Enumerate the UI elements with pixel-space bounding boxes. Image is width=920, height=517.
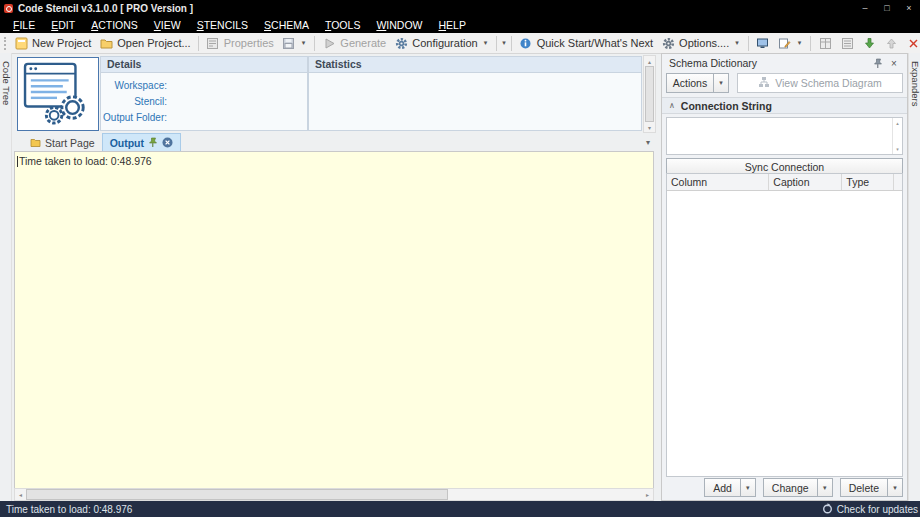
text-caret	[17, 156, 18, 167]
toolbar-separator	[496, 36, 497, 51]
add-button[interactable]: Add	[704, 478, 741, 497]
schema-columns-table: Column Caption Type	[666, 173, 903, 477]
toolbar-separator	[748, 36, 749, 51]
quick-start-button[interactable]: Quick Start/What's Next	[515, 34, 657, 52]
delete-dropdown[interactable]: ▾	[888, 478, 903, 497]
toolbar-overflow-dropdown[interactable]: ▾	[500, 34, 508, 52]
save-dropdown[interactable]: ▾	[300, 34, 308, 52]
schema-panel-button[interactable]	[752, 34, 774, 52]
menubar: FILE EDIT ACTIONS VIEW STENCILS SCHEMA T…	[0, 16, 920, 33]
stencil-logo-panel[interactable]	[17, 57, 99, 131]
menu-schema[interactable]: SCHEMA	[256, 18, 317, 32]
scroll-right-arrow[interactable]: ▸	[642, 489, 653, 500]
menu-tools[interactable]: TOOLS	[317, 18, 368, 32]
toolbar-separator	[810, 36, 811, 51]
scroll-thumb[interactable]	[645, 66, 654, 122]
check-updates-button[interactable]: Check for updates	[822, 503, 918, 516]
properties-button[interactable]: Properties	[202, 34, 278, 52]
options-button[interactable]: Options.... ▾	[657, 34, 745, 52]
view-schema-diagram-button[interactable]: View Schema Diagram	[737, 73, 903, 93]
statistics-panel-title: Statistics	[309, 57, 641, 73]
schema-actions-row: Actions ▾ View Schema Diagram	[666, 74, 903, 92]
close-panel-icon[interactable]: ×	[886, 56, 902, 70]
output-hscrollbar[interactable]: ◂ ▸	[14, 488, 654, 501]
output-folder-label: Output Folder:	[101, 110, 167, 126]
menu-view[interactable]: VIEW	[146, 18, 189, 32]
connection-string-header[interactable]: ∧ Connection String	[662, 97, 907, 114]
grid-view-button[interactable]	[814, 34, 836, 52]
autohide-pin-icon[interactable]	[870, 56, 886, 70]
properties-icon	[206, 36, 220, 50]
maximize-button[interactable]: □	[876, 0, 898, 16]
schema-bottom-buttons: Add ▾ Change ▾ Delete ▾	[666, 479, 903, 496]
code-tree-tab[interactable]: Code Tree	[1, 61, 12, 105]
column-header-caption[interactable]: Caption	[769, 174, 842, 190]
column-header-column[interactable]: Column	[667, 174, 769, 190]
new-project-label: New Project	[32, 37, 91, 49]
menu-stencils[interactable]: STENCILS	[189, 18, 256, 32]
collapse-chevron-icon[interactable]: ∧	[669, 101, 675, 110]
connection-string-scrollbar[interactable]: ▴ ▾	[892, 118, 902, 154]
options-dropdown[interactable]: ▾	[733, 34, 741, 52]
open-project-label: Open Project...	[117, 37, 190, 49]
window-title: Code Stencil v3.1.0.0 [ PRO Version ]	[18, 3, 193, 14]
pin-icon[interactable]	[148, 137, 158, 150]
generate-button[interactable]: Generate	[318, 34, 390, 52]
menu-file[interactable]: FILE	[5, 18, 43, 32]
new-project-icon	[14, 36, 28, 50]
menu-help[interactable]: HELP	[430, 18, 473, 32]
configuration-button[interactable]: Configuration ▾	[390, 34, 493, 52]
close-tab-icon[interactable]	[162, 137, 173, 150]
form-designer-button[interactable]: ▾	[774, 34, 808, 52]
properties-label: Properties	[224, 37, 274, 49]
new-project-button[interactable]: New Project	[10, 34, 95, 52]
configuration-label: Configuration	[412, 37, 477, 49]
table-header-row: Column Caption Type	[667, 174, 902, 191]
start-page-icon	[30, 137, 41, 150]
list-view-button[interactable]	[836, 34, 858, 52]
generate-label: Generate	[340, 37, 386, 49]
open-folder-icon	[99, 36, 113, 50]
import-button[interactable]	[858, 34, 880, 52]
grid-icon	[818, 36, 832, 50]
column-header-type[interactable]: Type	[842, 174, 894, 190]
tab-output[interactable]: Output	[102, 133, 181, 152]
configuration-dropdown[interactable]: ▾	[482, 34, 490, 52]
save-button[interactable]: ▾	[278, 34, 312, 52]
toolbar-grip[interactable]	[4, 37, 6, 50]
scroll-left-arrow[interactable]: ◂	[15, 489, 26, 500]
add-dropdown[interactable]: ▾	[741, 478, 756, 497]
titlebar: Code Stencil v3.1.0.0 [ PRO Version ] – …	[0, 0, 920, 16]
clear-button[interactable]: ▾	[902, 34, 920, 52]
expanders-tab[interactable]: Expanders	[910, 61, 920, 106]
form-designer-dropdown[interactable]: ▾	[796, 34, 804, 52]
hscroll-thumb[interactable]	[26, 489, 448, 500]
menu-window[interactable]: WINDOW	[368, 18, 430, 32]
download-arrow-icon	[862, 36, 876, 50]
toolbar-separator	[198, 36, 199, 51]
menu-actions[interactable]: ACTIONS	[83, 18, 146, 32]
delete-button[interactable]: Delete	[840, 478, 888, 497]
output-document[interactable]: Time taken to load: 0:48.976	[14, 151, 654, 489]
save-icon	[282, 36, 296, 50]
top-section-scrollbar[interactable]: ▴ ▾	[643, 55, 656, 133]
spin-down-icon[interactable]: ▾	[896, 146, 899, 152]
connection-string-input[interactable]	[667, 118, 892, 154]
open-project-button[interactable]: Open Project...	[95, 34, 194, 52]
connection-string-label: Connection String	[681, 100, 772, 112]
scroll-down-arrow[interactable]: ▾	[644, 122, 655, 132]
actions-button[interactable]: Actions	[666, 73, 714, 93]
change-button[interactable]: Change	[763, 478, 818, 497]
export-button[interactable]	[880, 34, 902, 52]
hscroll-track[interactable]	[448, 489, 642, 500]
minimize-button[interactable]: –	[854, 0, 876, 16]
change-dropdown[interactable]: ▾	[818, 478, 833, 497]
statusbar: Time taken to load: 0:48.976 Check for u…	[0, 501, 920, 517]
tab-start-page[interactable]: Start Page	[23, 134, 102, 152]
close-button[interactable]: ×	[898, 0, 920, 16]
spin-up-icon[interactable]: ▴	[896, 120, 899, 126]
menu-edit[interactable]: EDIT	[43, 18, 83, 32]
scroll-up-arrow[interactable]: ▴	[644, 56, 655, 66]
tab-list-dropdown[interactable]: ▾	[646, 138, 650, 147]
actions-dropdown[interactable]: ▾	[714, 73, 729, 93]
